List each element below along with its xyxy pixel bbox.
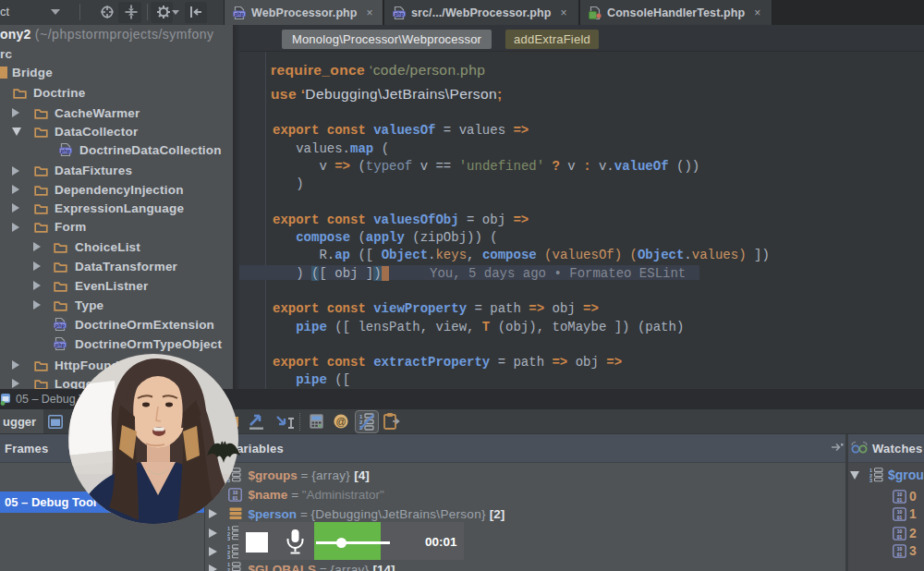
svg-text:01: 01: [897, 515, 903, 520]
svg-text:php: php: [61, 148, 71, 153]
svg-text:php: php: [55, 342, 66, 347]
svg-text:01: 01: [897, 552, 903, 557]
svg-text:3: 3: [869, 478, 872, 482]
svg-text:php: php: [395, 10, 405, 16]
svg-text:01: 01: [897, 496, 903, 502]
svg-text:3: 3: [227, 536, 230, 541]
svg-text:php: php: [55, 322, 66, 328]
svg-text:3: 3: [227, 554, 230, 559]
svg-text:@: @: [335, 416, 346, 427]
svg-text:php: php: [235, 10, 245, 16]
svg-text:01: 01: [897, 534, 903, 540]
svg-text:01: 01: [233, 495, 238, 501]
svg-text:2: 2: [227, 567, 230, 571]
